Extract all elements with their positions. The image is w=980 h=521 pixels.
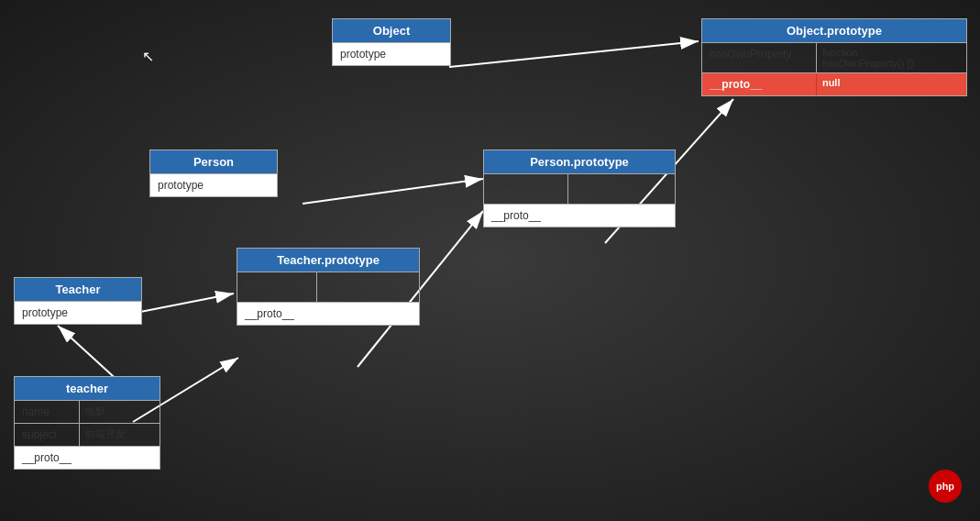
- teacher-instance-subject-value: 前端开发: [79, 424, 160, 446]
- person-prototype-header: Person.prototype: [484, 150, 675, 173]
- teacher-prototype-teach-value: functionteach() {}: [316, 272, 419, 302]
- svg-line-2: [449, 41, 699, 67]
- teacher-prototype-row: prototype: [15, 301, 141, 324]
- teacher-prototype-teach-label: teach: [237, 272, 316, 302]
- person-prototype-box: Person.prototype drink functiondrink() {…: [483, 150, 676, 227]
- person-prototype-drink-value: functiondrink() {}: [567, 174, 675, 204]
- object-prototype-row: prototype: [333, 42, 450, 65]
- svg-line-5: [140, 294, 234, 312]
- teacher-prototype-proto-row: __proto__: [237, 302, 419, 325]
- person-prototype-proto-row: __proto__: [484, 204, 675, 227]
- person-prototype-row: prototype: [150, 173, 277, 196]
- teacher-instance-box: teacher name 哈默 subject 前端开发 __proto__: [14, 376, 160, 470]
- teacher-instance-subject-label: subject: [15, 424, 79, 446]
- object-prototype-proto-label: __proto__: [702, 73, 816, 95]
- teacher-instance-name-value: 哈默: [79, 401, 160, 423]
- object-prototype-row2: __proto__ null: [702, 72, 966, 95]
- teacher-header: Teacher: [15, 278, 141, 301]
- svg-line-3: [303, 179, 483, 204]
- teacher-prototype-row1: teach functionteach() {}: [237, 272, 419, 302]
- object-prototype-proto-value: null: [816, 73, 966, 95]
- person-box: Person prototype: [149, 150, 278, 197]
- cursor-indicator: ↖: [142, 48, 154, 65]
- object-header: Object: [333, 19, 450, 42]
- object-prototype-row1: hasOwnProperty functionhasOwnProperty() …: [702, 42, 966, 72]
- object-prototype-cell-label: hasOwnProperty: [702, 43, 816, 72]
- teacher-prototype-header: Teacher.prototype: [237, 249, 419, 272]
- teacher-box: Teacher prototype: [14, 277, 142, 325]
- teacher-prototype-box: Teacher.prototype teach functionteach() …: [237, 248, 420, 326]
- object-box: Object prototype: [332, 18, 451, 66]
- teacher-instance-row1: name 哈默: [15, 400, 160, 423]
- object-prototype-box: Object.prototype hasOwnProperty function…: [701, 18, 967, 96]
- teacher-instance-header: teacher: [15, 377, 160, 400]
- person-prototype-drink-label: drink: [484, 174, 567, 204]
- teacher-instance-proto-row: __proto__: [15, 446, 160, 469]
- person-prototype-row1: drink functiondrink() {}: [484, 173, 675, 204]
- php-badge-text: php: [936, 481, 954, 492]
- object-prototype-cell-value: functionhasOwnProperty() {}: [816, 43, 966, 72]
- php-badge: php: [929, 470, 962, 503]
- object-prototype-header: Object.prototype: [702, 19, 966, 42]
- person-header: Person: [150, 150, 277, 173]
- teacher-instance-row2: subject 前端开发: [15, 423, 160, 446]
- teacher-instance-name-label: name: [15, 401, 79, 423]
